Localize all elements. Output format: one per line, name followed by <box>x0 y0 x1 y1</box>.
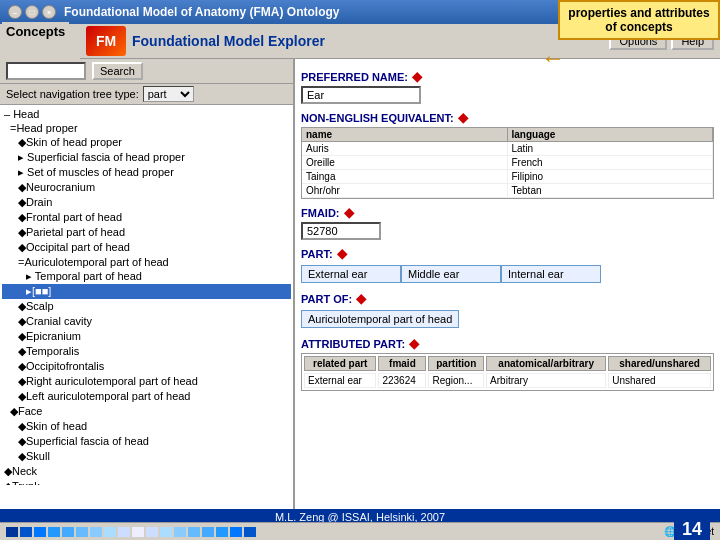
tree-item[interactable]: ▸ Superficial fascia of head proper <box>2 150 291 165</box>
attributed-cell: Unshared <box>608 373 711 388</box>
part-diamond: ◆ <box>337 246 347 261</box>
tree-item[interactable]: ▸[■■] <box>2 284 291 299</box>
tree-item[interactable]: ◆Occipital part of head <box>2 240 291 255</box>
attributed-part-diamond: ◆ <box>409 336 419 351</box>
nav-type-select[interactable]: part whole <box>143 86 194 102</box>
col-language: language <box>508 128 714 141</box>
ne-language: Latin <box>508 142 714 155</box>
annotation-arrow-icon: ← <box>541 44 565 72</box>
attributed-col-header: fmaid <box>378 356 426 371</box>
part-item[interactable]: Internal ear <box>501 265 601 283</box>
tree-container[interactable]: – Head=Head proper◆Skin of head proper▸ … <box>0 105 293 485</box>
part-label: PART: <box>301 248 333 260</box>
status-block <box>6 527 18 537</box>
tree-item[interactable]: ◆Neurocranium <box>2 180 291 195</box>
nav-type-label: Select navigation tree type: <box>6 88 139 100</box>
attributed-part-table: related partfmaidpartitionanatomical/arb… <box>301 353 714 391</box>
ne-language: French <box>508 156 714 169</box>
ne-language: Filipino <box>508 170 714 183</box>
part-of-label: PART OF: <box>301 293 352 305</box>
status-block <box>202 527 214 537</box>
tree-item[interactable]: ▸ Set of muscles of head proper <box>2 165 291 180</box>
search-button[interactable]: Search <box>92 62 143 80</box>
status-block <box>216 527 228 537</box>
minimize-button[interactable]: – <box>8 5 22 19</box>
non-english-header: name language <box>302 128 713 142</box>
tree-item[interactable]: ◆Trunk <box>2 479 291 485</box>
attributed-part-label: ATTRIBUTED PART: <box>301 338 405 350</box>
preferred-name-input[interactable] <box>301 86 421 104</box>
tree-item[interactable]: ◆Skin of head <box>2 419 291 434</box>
status-block <box>188 527 200 537</box>
fmaid-input[interactable] <box>301 222 381 240</box>
non-english-section: NON-ENGLISH EQUIVALENT: ◆ <box>301 110 714 125</box>
tree-item[interactable]: – Head <box>2 107 291 121</box>
status-block <box>132 527 144 537</box>
tree-item[interactable]: ◆Occipitofrontalis <box>2 359 291 374</box>
tree-item[interactable]: ◆Drain <box>2 195 291 210</box>
attributed-cell: Region... <box>428 373 484 388</box>
tree-item[interactable]: ◆Neck <box>2 464 291 479</box>
part-of-section: PART OF: ◆ <box>301 291 714 306</box>
col-name: name <box>302 128 508 141</box>
preferred-name-diamond: ◆ <box>412 69 422 84</box>
attributed-col-header: anatomical/arbitrary <box>486 356 606 371</box>
tree-item[interactable]: ◆Skin of head proper <box>2 135 291 150</box>
window-title: Foundational Model of Anatomy (FMA) Onto… <box>64 5 340 19</box>
tree-item[interactable]: ▸ Temporal part of head <box>2 269 291 284</box>
part-of-diamond: ◆ <box>356 291 366 306</box>
tree-item[interactable]: ◆Frontal part of head <box>2 210 291 225</box>
fmaid-section: FMAID: ◆ <box>301 205 714 220</box>
ne-name: Oreille <box>302 156 508 169</box>
search-input[interactable] <box>6 62 86 80</box>
status-block <box>62 527 74 537</box>
ne-name: Auris <box>302 142 508 155</box>
tree-item[interactable]: ◆Cranial cavity <box>2 314 291 329</box>
page-number: 14 <box>674 519 710 540</box>
tree-item[interactable]: =Head proper <box>2 121 291 135</box>
status-bar: 🌐 Internet <box>0 522 720 540</box>
tree-item[interactable]: ◆Skull <box>2 449 291 464</box>
attributed-cell: 223624 <box>378 373 426 388</box>
fmaid-label: FMAID: <box>301 207 340 219</box>
maximize-button[interactable]: □ <box>25 5 39 19</box>
attributed-part-section: ATTRIBUTED PART: ◆ <box>301 336 714 351</box>
left-panel: Search Select navigation tree type: part… <box>0 59 295 509</box>
window-controls[interactable]: – □ × <box>8 5 56 19</box>
preferred-name-section: PREFERRED NAME: ◆ <box>301 69 714 84</box>
status-block <box>160 527 172 537</box>
status-block <box>118 527 130 537</box>
part-items: External earMiddle earInternal ear <box>301 263 714 285</box>
search-row: Search <box>0 59 293 84</box>
tree-item[interactable]: ◆Left auriculotemporal part of head <box>2 389 291 404</box>
tree-item[interactable]: ◆Parietal part of head <box>2 225 291 240</box>
preferred-name-label: PREFERRED NAME: <box>301 71 408 83</box>
non-english-row[interactable]: Ohr/ohrTebtan <box>302 184 713 198</box>
non-english-row[interactable]: OreilleFrench <box>302 156 713 170</box>
tree-item[interactable]: ◆Epicranium <box>2 329 291 344</box>
attributed-col-header: related part <box>304 356 376 371</box>
tree-item[interactable]: =Auriculotemporal part of head <box>2 255 291 269</box>
status-block <box>76 527 88 537</box>
part-of-item[interactable]: Auriculotemporal part of head <box>301 310 459 328</box>
attributed-col-header: partition <box>428 356 484 371</box>
ne-name: Ohr/ohr <box>302 184 508 197</box>
attributed-row[interactable]: External ear223624Region...ArbitraryUnsh… <box>304 373 711 388</box>
status-block <box>104 527 116 537</box>
non-english-row[interactable]: TaingaFilipino <box>302 170 713 184</box>
tree-item[interactable]: ◆Scalp <box>2 299 291 314</box>
app-title: Foundational Model Explorer <box>132 33 325 49</box>
tree-item[interactable]: ◆Temporalis <box>2 344 291 359</box>
attributed-cell: External ear <box>304 373 376 388</box>
tree-item[interactable]: ◆Right auriculotemporal part of head <box>2 374 291 389</box>
attributed-col-header: shared/unshared <box>608 356 711 371</box>
non-english-row[interactable]: AurisLatin <box>302 142 713 156</box>
part-item[interactable]: Middle ear <box>401 265 501 283</box>
close-button[interactable]: × <box>42 5 56 19</box>
non-english-label: NON-ENGLISH EQUIVALENT: <box>301 112 454 124</box>
part-item[interactable]: External ear <box>301 265 401 283</box>
tree-item[interactable]: ◆Face <box>2 404 291 419</box>
status-block <box>34 527 46 537</box>
right-panel: PREFERRED NAME: ◆ NON-ENGLISH EQUIVALENT… <box>295 59 720 509</box>
tree-item[interactable]: ◆Superficial fascia of head <box>2 434 291 449</box>
